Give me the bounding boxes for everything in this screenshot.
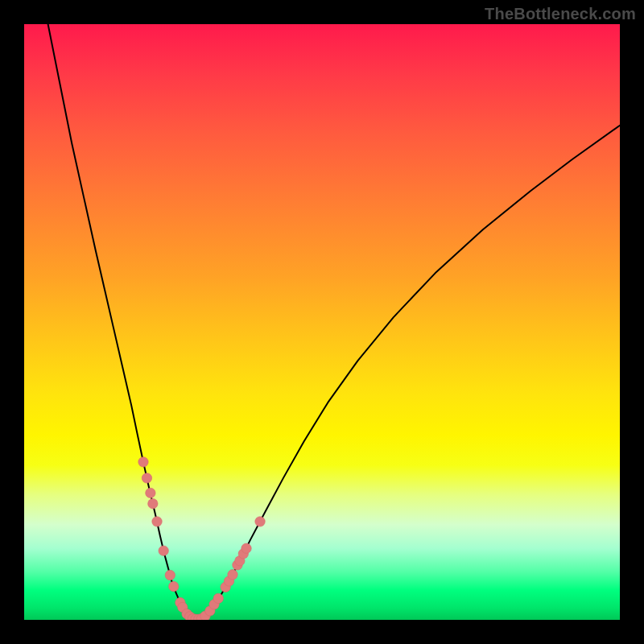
data-point — [205, 606, 215, 616]
data-point — [175, 597, 185, 607]
data-point — [148, 499, 158, 509]
data-point — [165, 570, 175, 580]
data-point — [224, 576, 233, 586]
data-point — [142, 473, 151, 483]
curve-layer — [48, 24, 620, 619]
plot-area — [24, 24, 620, 620]
watermark-text: TheBottleneck.com — [485, 5, 636, 23]
data-point — [196, 613, 206, 620]
data-point — [188, 613, 197, 620]
data-point — [194, 614, 204, 620]
data-point — [238, 549, 248, 559]
data-point — [138, 457, 148, 467]
data-point — [235, 556, 245, 566]
data-point — [228, 570, 237, 580]
chart-frame: TheBottleneck.com — [0, 0, 644, 644]
data-point — [146, 488, 155, 497]
data-point — [182, 609, 192, 618]
data-point — [200, 611, 210, 620]
data-point — [185, 612, 195, 620]
data-point — [242, 543, 251, 553]
data-point — [191, 614, 200, 620]
data-point — [209, 600, 219, 609]
curve-right-branch — [201, 126, 620, 619]
data-point — [221, 582, 230, 592]
data-point — [178, 602, 188, 612]
data-point — [159, 546, 168, 555]
data-point — [152, 517, 162, 526]
plot-svg — [24, 24, 620, 620]
curve-left-branch — [48, 24, 193, 619]
data-point — [233, 560, 242, 570]
data-point — [213, 593, 223, 603]
data-point — [255, 517, 265, 526]
data-point — [169, 581, 179, 591]
points-layer — [138, 457, 265, 620]
